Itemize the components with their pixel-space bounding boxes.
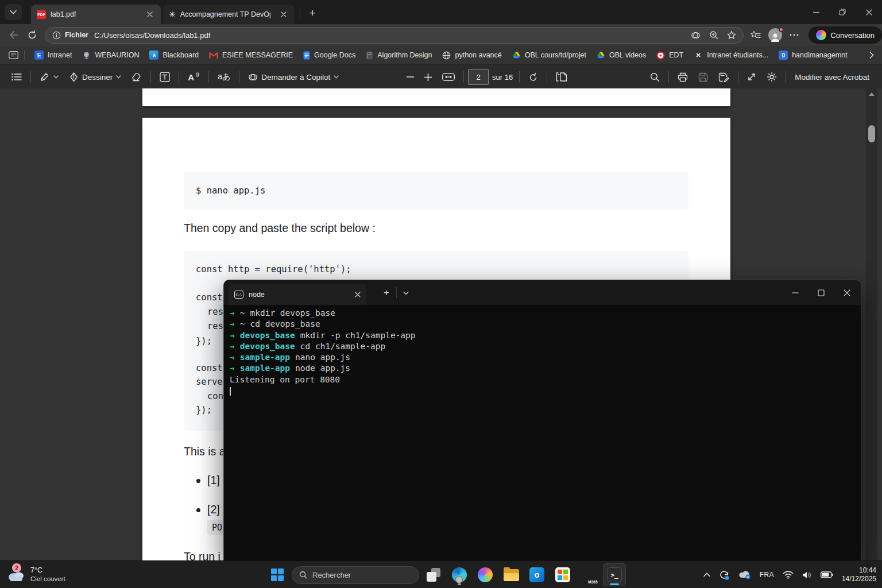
terminal-tab-node[interactable]: C:\ node	[229, 284, 366, 305]
copilot-outline-icon[interactable]	[691, 30, 701, 40]
terminal-titlebar[interactable]: C:\ node +	[224, 280, 861, 305]
tray-chevron-up-icon[interactable]	[703, 572, 710, 577]
bookmark-obl-videos[interactable]: OBL videos	[591, 48, 651, 63]
prompt-arrow: →	[230, 308, 235, 318]
start-button[interactable]	[266, 563, 289, 586]
terminal-window[interactable]: C:\ node + →~mkdir devops_base →~cd devo…	[223, 280, 861, 560]
taskbar-clock[interactable]: 10:44 14/12/2025	[842, 566, 876, 583]
m365-copilot-button[interactable]: M365	[577, 563, 600, 586]
windows-logo-icon	[271, 568, 284, 581]
save-as-button[interactable]	[714, 68, 734, 86]
taskbar: 2 7°C Ciel couvert	[0, 560, 882, 588]
reload-button[interactable]	[23, 26, 41, 44]
page-number-input[interactable]: 2	[468, 69, 489, 85]
tab-title: Accompagnement TP DevOps	[180, 10, 270, 18]
volume-icon[interactable]	[802, 571, 812, 579]
onedrive-icon[interactable]	[738, 570, 751, 579]
favorite-star-icon[interactable]	[727, 30, 736, 40]
rotate-button[interactable]	[524, 68, 543, 86]
wifi-icon[interactable]	[783, 571, 794, 579]
bookmark-algorithm-design[interactable]: Algorithm Design	[361, 48, 437, 63]
fit-width-button[interactable]	[438, 68, 459, 86]
file-explorer-button[interactable]	[500, 563, 523, 586]
bookmark-intranet[interactable]: E Intranet	[29, 48, 77, 63]
save-button[interactable]	[694, 68, 713, 86]
paragraph: Then copy and paste the script below :	[184, 222, 376, 235]
terminal-minimize-button[interactable]	[782, 280, 808, 305]
language-indicator[interactable]: FRA	[760, 571, 774, 579]
highlighter-button[interactable]	[35, 68, 63, 86]
new-tab-button[interactable]: +	[304, 5, 321, 21]
read-aloud-button[interactable]: A	[183, 68, 204, 86]
restore-button[interactable]	[829, 0, 856, 24]
terminal-tab-close-icon[interactable]	[355, 292, 361, 297]
taskbar-search[interactable]	[292, 566, 419, 584]
favorites-bar-icon[interactable]	[751, 30, 761, 40]
search-input[interactable]	[312, 571, 404, 579]
draw-label: Dessiner	[82, 73, 113, 82]
tab-close-icon[interactable]	[278, 9, 288, 20]
fullscreen-button[interactable]	[742, 68, 761, 86]
bookmark-webaurion[interactable]: WEBAURION	[77, 48, 144, 63]
task-view-button[interactable]	[422, 563, 445, 586]
address-bar[interactable]: Fichier C:/Users/oisas/Downloads/lab1.pd…	[45, 27, 744, 44]
bookmark-obl-cours[interactable]: OBL cours/td/projet	[507, 48, 591, 63]
gmail-favicon	[209, 52, 218, 59]
back-button[interactable]	[5, 26, 23, 44]
m365-copilot-icon: M365	[581, 567, 597, 583]
info-icon[interactable]	[52, 31, 61, 40]
terminal-new-tab-button[interactable]: +	[378, 285, 395, 301]
profile-avatar[interactable]	[768, 28, 782, 42]
weather-widget[interactable]: 2 7°C Ciel couvert	[7, 561, 65, 588]
zoom-out-button[interactable]	[402, 68, 419, 86]
pdf-settings-button[interactable]	[762, 68, 782, 86]
edge-taskbar-button[interactable]	[448, 563, 471, 586]
bookmark-edt[interactable]: EDT	[651, 48, 688, 63]
terminal-tab-dropdown[interactable]	[397, 285, 415, 301]
bookmark-google-docs[interactable]: Google Docs	[298, 48, 361, 63]
ms-store-button[interactable]	[551, 563, 574, 586]
page-view-button[interactable]	[551, 68, 572, 86]
scroll-up-arrow[interactable]	[869, 92, 875, 96]
bookmarks-overflow-chevron[interactable]	[869, 52, 874, 59]
terminal-close-button[interactable]	[834, 280, 860, 305]
sidebar-icon[interactable]	[5, 48, 22, 63]
edit-with-acrobat-button[interactable]: Modifier avec Acrobat	[790, 68, 874, 86]
tab-accompagnement-devops[interactable]: ✳ Accompagnement TP DevOps	[163, 5, 294, 24]
pdf-scrollbar[interactable]	[866, 88, 877, 560]
terminal-output[interactable]: →~mkdir devops_base →~cd devops_base →de…	[224, 305, 861, 560]
bookmark-blackboard[interactable]: ∧ Blackboard	[144, 48, 204, 63]
draw-button[interactable]: Dessiner	[64, 68, 126, 86]
ask-copilot-button[interactable]: Demander à Copilot	[243, 68, 343, 86]
translate-button[interactable]: aあ	[213, 68, 235, 86]
scrollbar-thumb[interactable]	[868, 125, 875, 142]
pdf-search-button[interactable]	[645, 68, 664, 86]
minimize-button[interactable]	[803, 0, 829, 24]
battery-icon[interactable]	[821, 571, 833, 579]
copilot-conversation-button[interactable]: Conversation	[808, 26, 882, 44]
bookmark-esiee-messagerie[interactable]: ESIEE MESSAGERIE	[204, 48, 298, 63]
copilot-taskbar-button[interactable]	[474, 563, 497, 586]
bookmark-python-avance[interactable]: python avancé	[437, 48, 506, 63]
tab-lab1-pdf[interactable]: PDF lab1.pdf	[31, 5, 161, 24]
terminal-taskbar-button[interactable]: >_	[603, 563, 626, 586]
toc-button[interactable]	[7, 68, 26, 86]
more-menu-icon[interactable]	[790, 34, 799, 36]
terminal-maximize-button[interactable]	[808, 280, 834, 305]
list-item: [1]	[207, 474, 220, 487]
bookmark-handimanagemnt[interactable]: 0 handimanagemnt	[773, 48, 853, 63]
update-sync-icon[interactable]	[719, 570, 730, 581]
outlook-button[interactable]: o	[525, 563, 548, 586]
zoom-page-icon[interactable]	[709, 30, 718, 40]
prompt-path: sample-app	[240, 353, 290, 362]
zoom-in-button[interactable]	[420, 68, 436, 86]
tab-search-button[interactable]	[5, 4, 22, 20]
eraser-button[interactable]	[127, 68, 146, 86]
close-button[interactable]	[856, 0, 882, 24]
bookmark-intranet-etudiants[interactable]: ✕ Intranet étudiants...	[688, 48, 773, 63]
add-text-button[interactable]	[155, 68, 175, 86]
print-button[interactable]	[673, 68, 693, 86]
tab-close-icon[interactable]	[145, 9, 155, 20]
copilot-icon	[478, 567, 493, 582]
browser-tab-strip: PDF lab1.pdf ✳ Accompagnement TP DevOps …	[0, 0, 882, 24]
